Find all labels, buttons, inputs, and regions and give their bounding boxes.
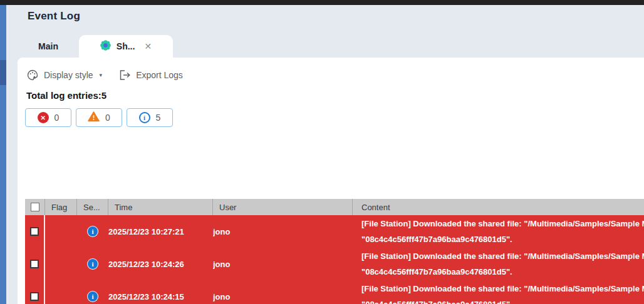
info-count: 5 <box>156 113 161 123</box>
select-all-cell <box>25 199 45 215</box>
total-log-entries: Total log entries:5 <box>18 84 644 101</box>
tab-label: Sh... <box>117 41 135 51</box>
display-style-button[interactable]: Display style ▾ <box>26 69 102 81</box>
tab-bar: Main Sh... ✕ <box>18 35 173 58</box>
event-log-table: Flag Se... Time User Content i 2025/12/2… <box>25 199 644 304</box>
content-cell: [File Station] Downloaded the shared fil… <box>361 248 644 280</box>
column-header-user[interactable]: User <box>213 199 353 215</box>
info-icon: i <box>87 291 98 302</box>
flag-cell <box>45 280 77 304</box>
tab-main[interactable]: Main <box>18 41 79 51</box>
user-cell: jono <box>213 260 230 269</box>
info-count-button[interactable]: i 5 <box>127 108 173 127</box>
time-cell: 2025/12/23 10:27:21 <box>108 227 184 236</box>
export-icon <box>118 69 131 81</box>
warning-count: 0 <box>105 113 110 123</box>
export-logs-button[interactable]: Export Logs <box>118 69 183 81</box>
severity-filter-group: ✕ 0 0 i 5 <box>18 101 644 127</box>
select-all-checkbox[interactable] <box>31 203 39 211</box>
column-header-severity[interactable]: Se... <box>77 199 108 215</box>
close-tab-icon[interactable]: ✕ <box>144 42 152 51</box>
column-header-flag[interactable]: Flag <box>45 199 77 215</box>
tab-shared-links[interactable]: Sh... ✕ <box>79 35 173 58</box>
info-icon: i <box>139 112 150 123</box>
column-header-time[interactable]: Time <box>108 199 213 215</box>
column-header-content[interactable]: Content <box>353 199 644 215</box>
display-style-label: Display style <box>44 70 93 80</box>
row-checkbox[interactable] <box>30 292 39 301</box>
error-icon: ✕ <box>38 112 49 123</box>
user-cell: jono <box>213 227 230 236</box>
app-tab-icon <box>100 40 111 53</box>
desktop-top-bar <box>0 0 644 5</box>
chevron-down-icon: ▾ <box>100 72 103 78</box>
error-count: 0 <box>55 113 60 123</box>
time-cell: 2025/12/23 10:24:26 <box>108 260 184 269</box>
row-checkbox[interactable] <box>30 227 39 236</box>
page-title: Event Log <box>28 10 80 23</box>
error-count-button[interactable]: ✕ 0 <box>25 108 71 127</box>
content-panel: Display style ▾ Export Logs Total log en… <box>18 58 644 304</box>
flag-cell <box>45 215 77 248</box>
row-checkbox[interactable] <box>30 260 39 268</box>
export-logs-label: Export Logs <box>136 70 183 80</box>
desktop-left-edge-segment <box>0 60 6 85</box>
user-cell: jono <box>213 292 230 301</box>
desktop-left-edge <box>0 5 6 304</box>
table-row[interactable]: i 2025/12/23 10:24:15 jono [File Station… <box>25 280 644 304</box>
time-cell: 2025/12/23 10:24:15 <box>108 292 184 301</box>
warning-count-button[interactable]: 0 <box>76 108 122 127</box>
content-cell: [File Station] Downloaded the shared fil… <box>361 281 644 304</box>
info-icon: i <box>87 226 98 237</box>
table-row[interactable]: i 2025/12/23 10:27:21 jono [File Station… <box>25 215 644 248</box>
info-icon: i <box>87 258 98 270</box>
content-cell: [File Station] Downloaded the shared fil… <box>361 216 644 247</box>
table-header-row: Flag Se... Time User Content <box>25 199 644 215</box>
warning-icon <box>88 111 100 124</box>
table-row[interactable]: i 2025/12/23 10:24:26 jono [File Station… <box>25 248 644 280</box>
palette-icon <box>26 69 39 81</box>
flag-cell <box>45 248 77 280</box>
toolbar: Display style ▾ Export Logs <box>18 58 644 84</box>
